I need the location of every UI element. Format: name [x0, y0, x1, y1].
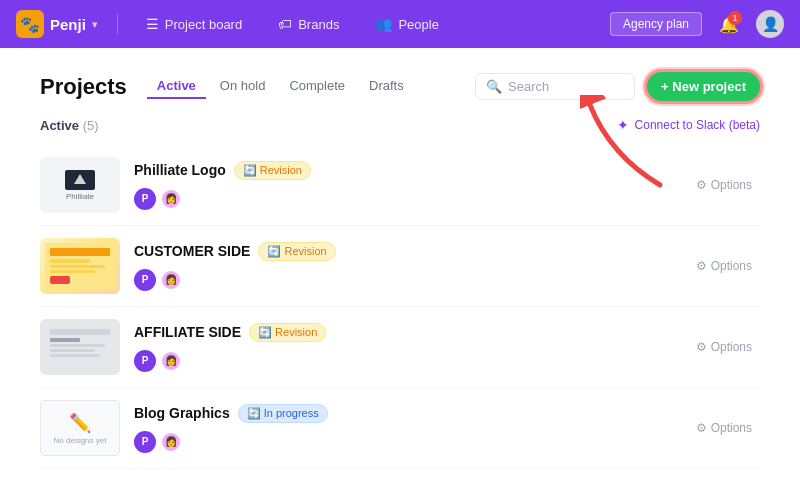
- project-info: Philliate Logo 🔄 Revision P 👩: [134, 161, 674, 210]
- options-button[interactable]: ⚙ Options: [688, 336, 760, 358]
- svg-rect-8: [50, 329, 110, 335]
- gear-icon: ⚙: [696, 259, 707, 273]
- project-info: CUSTOMER SIDE 🔄 Revision P 👩: [134, 242, 674, 291]
- customer-thumb-image: [45, 243, 115, 289]
- avatar: 👩: [160, 188, 182, 210]
- notifications-button[interactable]: 🔔 1: [714, 9, 744, 39]
- page-tabs: Active On hold Complete Drafts: [147, 74, 414, 99]
- svg-rect-2: [50, 248, 110, 256]
- top-navigation: 🐾 Penji ▾ ☰ Project board 🏷 Brands 👥 Peo…: [0, 0, 800, 48]
- svg-rect-6: [50, 276, 70, 284]
- project-list: Philliate Philliate Logo 🔄 Revision P 👩: [40, 145, 760, 469]
- avatar: P: [134, 431, 156, 453]
- project-thumbnail: [40, 319, 120, 375]
- nav-people-label: People: [398, 17, 438, 32]
- avatar: P: [134, 188, 156, 210]
- notification-badge: 1: [728, 11, 742, 25]
- app-chevron-icon: ▾: [92, 19, 97, 30]
- badge-icon: 🔄: [247, 407, 261, 420]
- project-name: Philliate Logo: [134, 162, 226, 178]
- nav-project-board-label: Project board: [165, 17, 242, 32]
- tab-active[interactable]: Active: [147, 74, 206, 99]
- badge-icon: 🔄: [258, 326, 272, 339]
- nav-item-project-board[interactable]: ☰ Project board: [138, 12, 250, 36]
- page-actions: 🔍 Search + New project: [475, 72, 760, 101]
- project-board-icon: ☰: [146, 16, 159, 32]
- active-count: (5): [83, 118, 99, 133]
- svg-rect-5: [50, 270, 95, 273]
- project-thumbnail: ✏️ No designs yet: [40, 400, 120, 456]
- project-name: Blog Graphics: [134, 405, 230, 421]
- status-badge: 🔄 Revision: [249, 323, 326, 342]
- svg-rect-9: [50, 338, 80, 342]
- gear-icon: ⚙: [696, 340, 707, 354]
- svg-marker-0: [74, 174, 86, 184]
- status-badge: 🔄 In progress: [238, 404, 328, 423]
- project-name-row: CUSTOMER SIDE 🔄 Revision: [134, 242, 674, 261]
- badge-icon: 🔄: [267, 245, 281, 258]
- philliate-thumb-image: Philliate: [65, 170, 95, 201]
- page-title-area: Projects Active On hold Complete Drafts: [40, 74, 414, 100]
- page-title: Projects: [40, 74, 127, 100]
- gear-icon: ⚙: [696, 421, 707, 435]
- nav-item-people[interactable]: 👥 People: [367, 12, 446, 36]
- project-name: AFFILIATE SIDE: [134, 324, 241, 340]
- project-info: AFFILIATE SIDE 🔄 Revision P 👩: [134, 323, 674, 372]
- agency-plan-button[interactable]: Agency plan: [610, 12, 702, 36]
- table-row: AFFILIATE SIDE 🔄 Revision P 👩 ⚙ Options: [40, 307, 760, 388]
- project-name-row: Blog Graphics 🔄 In progress: [134, 404, 674, 423]
- options-button[interactable]: ⚙ Options: [688, 174, 760, 196]
- project-avatars: P 👩: [134, 350, 674, 372]
- table-row: Philliate Philliate Logo 🔄 Revision P 👩: [40, 145, 760, 226]
- gear-icon: ⚙: [696, 178, 707, 192]
- user-avatar[interactable]: 👤: [756, 10, 784, 38]
- project-avatars: P 👩: [134, 431, 674, 453]
- app-name: Penji: [50, 16, 86, 33]
- nav-item-brands[interactable]: 🏷 Brands: [270, 12, 347, 36]
- no-designs-label: No designs yet: [54, 436, 107, 445]
- options-button[interactable]: ⚙ Options: [688, 417, 760, 439]
- project-avatars: P 👩: [134, 188, 674, 210]
- app-logo[interactable]: 🐾 Penji ▾: [16, 10, 97, 38]
- slack-icon: ✦: [617, 117, 629, 133]
- page-header: Projects Active On hold Complete Drafts …: [40, 72, 760, 101]
- avatar: 👩: [160, 269, 182, 291]
- avatar: 👩: [160, 431, 182, 453]
- tab-complete[interactable]: Complete: [279, 74, 355, 99]
- tab-drafts[interactable]: Drafts: [359, 74, 414, 99]
- svg-rect-10: [50, 344, 105, 347]
- svg-rect-12: [50, 354, 100, 357]
- table-row: CUSTOMER SIDE 🔄 Revision P 👩 ⚙ Options: [40, 226, 760, 307]
- nav-right-area: Agency plan 🔔 1 👤: [610, 9, 784, 39]
- avatar: P: [134, 350, 156, 372]
- table-row: ✏️ No designs yet Blog Graphics 🔄 In pro…: [40, 388, 760, 469]
- brands-icon: 🏷: [278, 16, 292, 32]
- sub-header: Active (5) ✦ Connect to Slack (beta): [40, 117, 760, 133]
- status-badge: 🔄 Revision: [258, 242, 335, 261]
- new-project-button[interactable]: + New project: [647, 72, 760, 101]
- people-icon: 👥: [375, 16, 392, 32]
- slack-label: Connect to Slack (beta): [635, 118, 760, 132]
- search-icon: 🔍: [486, 79, 502, 94]
- tab-on-hold[interactable]: On hold: [210, 74, 276, 99]
- svg-rect-4: [50, 265, 105, 268]
- affiliate-thumb-image: [45, 324, 115, 370]
- nav-brands-label: Brands: [298, 17, 339, 32]
- project-name-row: Philliate Logo 🔄 Revision: [134, 161, 674, 180]
- avatar: P: [134, 269, 156, 291]
- project-name-row: AFFILIATE SIDE 🔄 Revision: [134, 323, 674, 342]
- logo-icon: 🐾: [16, 10, 44, 38]
- options-button[interactable]: ⚙ Options: [688, 255, 760, 277]
- project-avatars: P 👩: [134, 269, 674, 291]
- nav-divider: [117, 14, 118, 34]
- slack-connect-link[interactable]: ✦ Connect to Slack (beta): [617, 117, 760, 133]
- svg-rect-3: [50, 259, 90, 263]
- main-content: Projects Active On hold Complete Drafts …: [0, 48, 800, 500]
- no-designs-icon: ✏️: [69, 412, 91, 434]
- project-thumbnail: Philliate: [40, 157, 120, 213]
- project-name: CUSTOMER SIDE: [134, 243, 250, 259]
- active-label: Active (5): [40, 118, 99, 133]
- status-badge: 🔄 Revision: [234, 161, 311, 180]
- search-box[interactable]: 🔍 Search: [475, 73, 635, 100]
- svg-rect-11: [50, 349, 95, 352]
